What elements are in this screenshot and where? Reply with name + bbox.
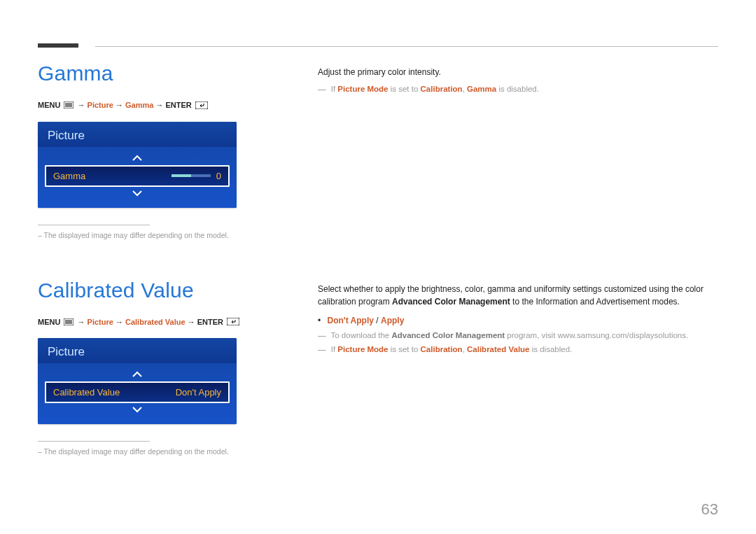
chevron-down-icon[interactable]	[38, 188, 237, 199]
top-rule	[95, 46, 718, 47]
top-tab-mark	[38, 43, 78, 48]
calibrated-title: Calibrated Value	[38, 279, 276, 302]
gamma-footnote: – The displayed image may differ dependi…	[38, 231, 276, 239]
gamma-ui-box: Picture Gamma 0	[38, 122, 237, 208]
chevron-up-icon[interactable]	[38, 369, 237, 380]
breadcrumb-menu: MENU	[38, 101, 60, 109]
menu-icon	[64, 101, 74, 110]
breadcrumb-picture: Picture	[88, 101, 113, 109]
chevron-up-icon[interactable]	[38, 153, 237, 164]
calibrated-description: Select whether to apply the brightness, …	[318, 283, 718, 309]
calibrated-options: • Don't Apply / Apply	[318, 316, 718, 325]
gamma-title: Gamma	[38, 62, 276, 85]
enter-icon	[195, 101, 208, 111]
calibrated-ui-box: Picture Calibrated Value Don't Apply	[38, 338, 237, 424]
gamma-description: Adjust the primary color intensity.	[318, 66, 718, 79]
footnote-rule	[38, 441, 150, 442]
breadcrumb-enter: ENTER	[165, 101, 191, 109]
gamma-note: ― If Picture Mode is set to Calibration,…	[318, 85, 718, 93]
calibrated-row[interactable]: Calibrated Value Don't Apply	[45, 381, 230, 403]
calibrated-note: ― If Picture Mode is set to Calibration,…	[318, 345, 718, 353]
enter-icon	[227, 318, 239, 327]
breadcrumb-picture: Picture	[88, 318, 113, 326]
breadcrumb-calibrated: Calibrated Value	[125, 318, 186, 326]
gamma-breadcrumb: MENU → Picture → Gamma → ENTER	[38, 101, 276, 111]
calibrated-footnote: – The displayed image may differ dependi…	[38, 447, 276, 456]
calibrated-row-value: Don't Apply	[176, 387, 221, 398]
footnote-rule	[38, 225, 150, 225]
breadcrumb-gamma: Gamma	[125, 101, 153, 109]
breadcrumb-menu: MENU	[38, 318, 60, 326]
gamma-row-label: Gamma	[53, 171, 85, 181]
ui-header: Picture	[38, 122, 237, 147]
calibrated-breadcrumb: MENU → Picture → Calibrated Value → ENTE…	[38, 318, 276, 328]
chevron-down-icon[interactable]	[38, 405, 237, 416]
section-gamma: Gamma MENU → Picture → Gamma → ENTER Pic…	[38, 62, 718, 239]
gamma-slider[interactable]	[172, 174, 211, 177]
gamma-row-value: 0	[216, 171, 221, 181]
page-content: Gamma MENU → Picture → Gamma → ENTER Pic…	[38, 62, 718, 507]
page-number: 63	[701, 500, 718, 519]
gamma-row[interactable]: Gamma 0	[45, 165, 230, 187]
download-note: ― To download the Advanced Color Managem…	[318, 331, 718, 339]
calibrated-row-label: Calibrated Value	[53, 387, 120, 398]
breadcrumb-enter: ENTER	[197, 318, 223, 326]
menu-icon	[64, 318, 74, 327]
ui-header: Picture	[38, 338, 237, 363]
section-calibrated-value: Calibrated Value MENU → Picture → Calibr…	[38, 279, 718, 456]
